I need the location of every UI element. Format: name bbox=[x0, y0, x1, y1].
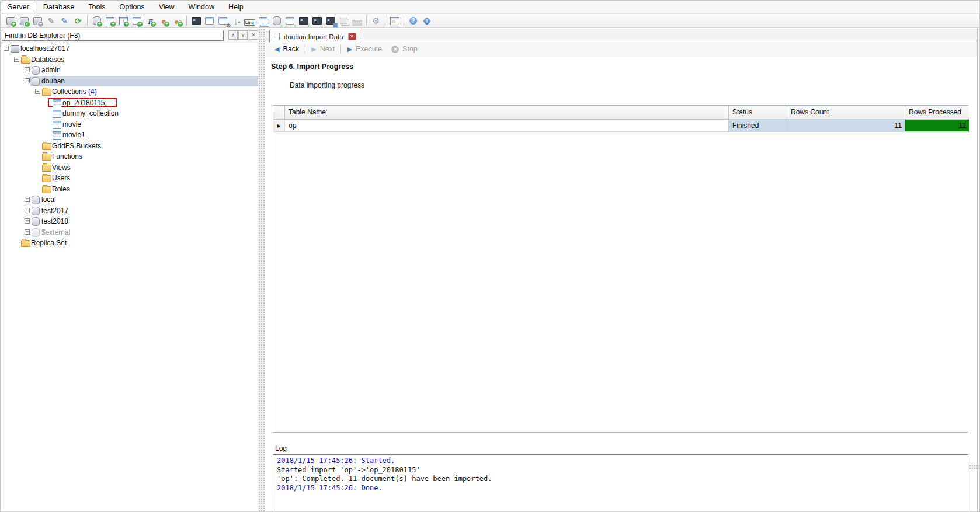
tree-item-dummy-collection[interactable]: dummy_collection bbox=[1, 108, 258, 119]
collapse-icon[interactable]: − bbox=[4, 46, 9, 51]
settings-icon[interactable] bbox=[370, 15, 382, 26]
folder-icon bbox=[21, 240, 30, 247]
new-group-icon[interactable] bbox=[171, 15, 183, 26]
tree-item-op-20180115[interactable]: op_20180115 bbox=[1, 97, 258, 108]
menu-database[interactable]: Database bbox=[36, 1, 82, 13]
column-header-rows-count[interactable]: Rows Count bbox=[787, 106, 905, 120]
tree-item-test2018[interactable]: +test2018 bbox=[1, 216, 258, 227]
next-button[interactable]: ▶Next bbox=[307, 43, 339, 55]
tree-item-label: douban bbox=[41, 76, 65, 86]
tree-item-functions[interactable]: Functions bbox=[1, 151, 258, 162]
batch-operations-icon[interactable] bbox=[338, 15, 350, 26]
console-icon[interactable] bbox=[190, 15, 202, 26]
help-icon[interactable] bbox=[407, 15, 419, 26]
menu-tools[interactable]: Tools bbox=[81, 1, 112, 13]
vertical-splitter[interactable] bbox=[258, 29, 265, 512]
tree-item-replica-set[interactable]: Replica Set bbox=[1, 238, 258, 248]
new-function-icon[interactable] bbox=[144, 15, 157, 26]
db-icon bbox=[32, 228, 40, 237]
tree-item-label: $external bbox=[41, 227, 70, 238]
http-api-icon[interactable] bbox=[351, 15, 363, 26]
log-output[interactable]: 2018/1/15 17:45:26: Started.Started impo… bbox=[273, 454, 968, 512]
home-icon[interactable] bbox=[388, 15, 401, 26]
refresh-icon[interactable] bbox=[72, 15, 84, 26]
back-button[interactable]: ◀Back bbox=[270, 43, 304, 55]
window-right-border bbox=[977, 29, 978, 512]
expand-icon[interactable]: + bbox=[25, 197, 30, 202]
execute-button[interactable]: ▶Execute bbox=[342, 43, 387, 55]
db-explorer-panel: ∧ ∨ ✕ −localhost:27017−Databases+admin−d… bbox=[1, 29, 258, 512]
tree-item-gridfs-buckets[interactable]: GridFS Buckets bbox=[1, 141, 258, 151]
new-view-icon[interactable] bbox=[117, 15, 130, 26]
column-header-table-name[interactable]: Table Name bbox=[284, 106, 728, 120]
export-data-icon[interactable] bbox=[311, 15, 323, 26]
new-table-icon[interactable] bbox=[104, 15, 116, 26]
tree-item-admin[interactable]: +admin bbox=[1, 65, 258, 75]
menu-window[interactable]: Window bbox=[182, 1, 221, 13]
log-line: Started import 'op'->'op_20180115' bbox=[277, 466, 968, 475]
tree-item-views[interactable]: Views bbox=[1, 162, 258, 173]
stop-button[interactable]: ✕Stop bbox=[387, 43, 422, 55]
tree-item-users[interactable]: Users bbox=[1, 173, 258, 183]
collapse-icon[interactable]: − bbox=[35, 89, 40, 94]
expand-icon[interactable]: + bbox=[25, 218, 30, 224]
tab-close-icon[interactable]: ✕ bbox=[348, 33, 356, 40]
tree-item-test2017[interactable]: +test2017 bbox=[1, 206, 258, 216]
export-document-icon[interactable] bbox=[284, 15, 296, 26]
remove-connection-icon[interactable] bbox=[32, 15, 44, 26]
schema-tree-icon[interactable] bbox=[230, 15, 242, 26]
export-database-icon[interactable] bbox=[270, 15, 283, 26]
window-options-icon[interactable] bbox=[217, 15, 229, 26]
menu-options[interactable]: Options bbox=[113, 1, 152, 13]
new-query-window-icon[interactable] bbox=[131, 15, 143, 26]
tree-item-roles[interactable]: Roles bbox=[1, 184, 258, 194]
data-editor-icon[interactable] bbox=[324, 15, 336, 26]
collapse-icon[interactable]: − bbox=[25, 78, 30, 83]
log-line: 2018/1/15 17:45:26: Done. bbox=[277, 484, 968, 493]
expand-icon[interactable]: + bbox=[25, 229, 30, 235]
import-data-icon[interactable] bbox=[297, 15, 310, 26]
search-prev-button[interactable]: ∧ bbox=[228, 30, 238, 40]
menu-help[interactable]: Help bbox=[221, 1, 251, 13]
query-window-icon[interactable] bbox=[203, 15, 216, 26]
tree-item-movie1[interactable]: movie1 bbox=[1, 130, 258, 140]
button-label: Execute bbox=[356, 45, 382, 53]
new-user-icon[interactable] bbox=[158, 15, 170, 26]
expand-icon[interactable]: + bbox=[25, 208, 30, 213]
tree-item-localhost-27017[interactable]: −localhost:27017 bbox=[1, 43, 258, 54]
folder-icon bbox=[42, 154, 51, 161]
duplicate-table-icon[interactable] bbox=[257, 15, 269, 26]
tree-item--external[interactable]: +$external bbox=[1, 227, 258, 238]
about-icon[interactable] bbox=[421, 15, 433, 26]
expand-icon[interactable]: + bbox=[25, 67, 30, 72]
linq-icon[interactable] bbox=[244, 15, 256, 26]
tree-item-movie[interactable]: movie bbox=[1, 119, 258, 130]
search-next-button[interactable]: ∨ bbox=[238, 30, 248, 40]
new-database-icon[interactable] bbox=[91, 15, 103, 26]
button-label: Back bbox=[283, 45, 299, 53]
row-selector-header[interactable] bbox=[273, 106, 284, 120]
row-selector-icon[interactable]: ▶ bbox=[273, 120, 284, 132]
tree-item-databases[interactable]: −Databases bbox=[1, 54, 258, 65]
menu-server[interactable]: Server bbox=[1, 1, 36, 13]
menu-view[interactable]: View bbox=[152, 1, 182, 13]
column-header-rows-processed[interactable]: Rows Processed bbox=[905, 106, 969, 120]
test-connection-icon[interactable] bbox=[18, 15, 30, 26]
cell-rows-processed-progress[interactable]: 11 bbox=[905, 120, 969, 132]
collapse-icon[interactable]: − bbox=[14, 57, 19, 62]
cell-status[interactable]: Finished bbox=[728, 120, 787, 132]
new-connection-icon[interactable] bbox=[5, 15, 17, 26]
search-input[interactable] bbox=[2, 30, 224, 41]
tree-item-collections[interactable]: −Collections (4) bbox=[1, 86, 258, 97]
connect-icon[interactable] bbox=[58, 15, 71, 26]
tree-item-label: Users bbox=[52, 173, 70, 183]
tree-item-local[interactable]: +local bbox=[1, 194, 258, 205]
column-header-status[interactable]: Status bbox=[728, 106, 787, 120]
db-icon bbox=[32, 196, 40, 204]
edit-connection-icon[interactable] bbox=[45, 15, 57, 26]
tab-import-data[interactable]: douban.Import Data ✕ bbox=[269, 30, 360, 43]
cell-rows-count[interactable]: 11 bbox=[787, 120, 905, 132]
tree-item-douban[interactable]: −douban bbox=[1, 76, 258, 86]
search-close-button[interactable]: ✕ bbox=[249, 30, 258, 40]
cell-table-name[interactable]: op bbox=[284, 120, 728, 132]
